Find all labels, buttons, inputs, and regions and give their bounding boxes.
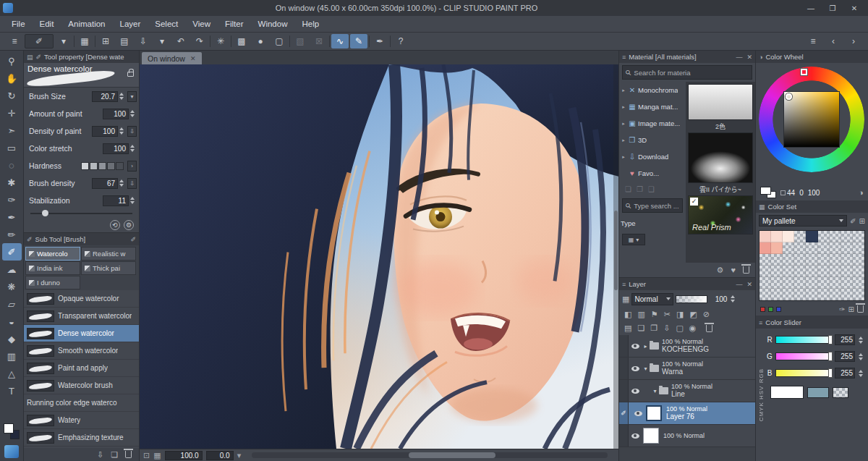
visibility-eye-icon[interactable]	[629, 366, 642, 371]
editing-pen-icon[interactable]: ✐	[619, 402, 629, 424]
type-search-field[interactable]: ⚲ Type search ...	[622, 198, 683, 213]
reset-button[interactable]: ⟲	[110, 220, 120, 230]
maximize-button[interactable]: ❐	[822, 0, 843, 16]
toolbar-icon[interactable]: ●	[252, 34, 269, 48]
param-value-field[interactable]: 100	[92, 126, 118, 137]
subtool-brush-item[interactable]: Paint and apply	[24, 360, 139, 377]
layer-tool-icon[interactable]: ◩	[689, 310, 697, 319]
color-swatch[interactable]	[806, 231, 817, 242]
toolbar-icon[interactable]: ▩	[233, 34, 250, 48]
red-chip[interactable]	[760, 307, 765, 312]
import-icon[interactable]: ⇩	[97, 450, 103, 460]
tool-icon[interactable]: ✱	[2, 174, 22, 191]
opacity-stepper[interactable]	[731, 294, 737, 305]
trash-icon[interactable]	[743, 266, 749, 274]
color-swatch[interactable]	[841, 277, 853, 289]
layer-tool-icon[interactable]: ⊘	[703, 310, 710, 319]
tool-icon[interactable]: ▱	[2, 295, 22, 313]
param-stepper[interactable]	[130, 109, 137, 119]
toolbar-icon[interactable]: ✐	[25, 34, 54, 48]
material-category[interactable]: ▸ ✕ Monochroma	[619, 82, 686, 98]
tool-icon[interactable]: ☁	[2, 261, 22, 278]
toolbar-right-icon[interactable]: ›	[845, 34, 862, 48]
param-stepper[interactable]	[130, 195, 137, 206]
material-category[interactable]: ♥ Favo...	[619, 165, 686, 182]
canvas-vertical-scrollbar[interactable]	[613, 64, 618, 449]
gear-icon[interactable]: ⚙	[717, 266, 724, 275]
color-swatch[interactable]	[760, 266, 771, 277]
canvas-tab[interactable]: On window ✕	[142, 52, 202, 64]
color-swatch[interactable]	[853, 266, 864, 277]
palette-select[interactable]: My pallete	[759, 215, 847, 227]
menu-item[interactable]: Help	[294, 16, 326, 32]
subtool-brush-item[interactable]: Dense watercolor	[24, 325, 139, 342]
color-swatch[interactable]	[818, 231, 830, 242]
stabilization-slider[interactable]	[30, 209, 132, 218]
menu-item[interactable]: Layer	[113, 16, 148, 32]
tool-icon[interactable]: ◒	[2, 313, 22, 330]
color-swatch[interactable]	[783, 254, 794, 266]
layer-action-icon[interactable]: ⇩	[663, 323, 670, 333]
toolbar-icon[interactable]	[95, 35, 95, 47]
primary-color-chip[interactable]	[4, 423, 14, 433]
material-category[interactable]: ▸ ▣ Image mate...	[619, 115, 686, 132]
material-search-field[interactable]: ⚲ Search for materia	[622, 65, 752, 80]
selected-checkbox[interactable]: ✓	[690, 198, 698, 206]
layer-action-icon[interactable]: ▢	[676, 323, 683, 333]
layer-check-cell[interactable]	[619, 425, 629, 447]
sv-marker[interactable]	[786, 93, 792, 100]
rotation-value-field[interactable]: 0.0	[206, 451, 234, 460]
expander-icon[interactable]: ▸	[621, 88, 626, 93]
color-swatch[interactable]	[771, 277, 783, 289]
layer-tool-icon[interactable]: ⚑	[651, 310, 658, 319]
toolbar-icon[interactable]	[390, 35, 391, 47]
expander-icon[interactable]: ▸	[621, 121, 626, 127]
color-swatch[interactable]	[841, 266, 853, 277]
grid-icon[interactable]: ▦	[153, 451, 161, 460]
material-thumbnail[interactable]: ✓ Real Prism	[688, 195, 753, 234]
material-category[interactable]: ▸ ▦ Manga mat...	[619, 98, 686, 115]
color-swatch[interactable]	[806, 277, 817, 289]
toolbar-icon[interactable]	[329, 35, 330, 47]
saturation-value-square[interactable]	[783, 91, 840, 148]
lock-icon[interactable]	[127, 72, 134, 77]
menu-item[interactable]: Window	[251, 16, 295, 32]
param-value-field[interactable]: 20.7	[92, 91, 118, 102]
color-swatch[interactable]	[783, 289, 794, 300]
delete-layer-icon[interactable]	[706, 325, 712, 332]
collapse-icon[interactable]: —	[736, 54, 742, 61]
color-swatch[interactable]	[830, 266, 841, 277]
color-mode-tabs[interactable]: CMYK HSV RGB	[756, 329, 766, 461]
add-palette-icon[interactable]: ⊞	[859, 217, 865, 225]
menu-item[interactable]: View	[185, 16, 218, 32]
material-category[interactable]: ▸ ⇩ Download	[619, 148, 686, 165]
toolbar-icon[interactable]: ▾	[153, 34, 171, 48]
scrollbar-thumb[interactable]	[409, 452, 495, 458]
channel-stepper[interactable]	[859, 368, 865, 378]
minimize-button[interactable]: —	[800, 0, 822, 16]
layer-action-icon[interactable]: ❐	[650, 323, 658, 333]
layer-row[interactable]: ▾ 100 % Normal Line	[619, 380, 755, 402]
color-swatch[interactable]	[771, 242, 783, 254]
color-swatch[interactable]	[841, 231, 853, 242]
color-swatch[interactable]	[794, 289, 806, 300]
color-swatch[interactable]	[830, 242, 841, 254]
toolbar-icon[interactable]: ↷	[191, 34, 208, 48]
color-swatch[interactable]	[794, 254, 806, 266]
color-swatch[interactable]	[806, 242, 817, 254]
color-swatch[interactable]	[818, 254, 830, 266]
param-value-field[interactable]: 67	[92, 178, 118, 189]
opacity-value[interactable]: 100	[710, 295, 727, 303]
layer-action-icon[interactable]: ◉	[689, 323, 697, 333]
current-color-swatch[interactable]	[770, 386, 804, 399]
heart-icon[interactable]: ♥	[731, 266, 736, 274]
layer-check-cell[interactable]	[619, 335, 629, 357]
color-swatch[interactable]	[853, 231, 864, 242]
tool-icon[interactable]: ⚲	[2, 52, 22, 69]
toolbar-icon[interactable]: ✎	[350, 34, 367, 48]
toolbar-icon[interactable]	[210, 35, 210, 47]
color-swatch[interactable]	[853, 242, 864, 254]
toolbar-icon[interactable]: ▾	[55, 34, 72, 48]
tool-icon[interactable]: ✑	[2, 191, 22, 208]
toolbar-icon[interactable]: ⊞	[97, 34, 114, 48]
